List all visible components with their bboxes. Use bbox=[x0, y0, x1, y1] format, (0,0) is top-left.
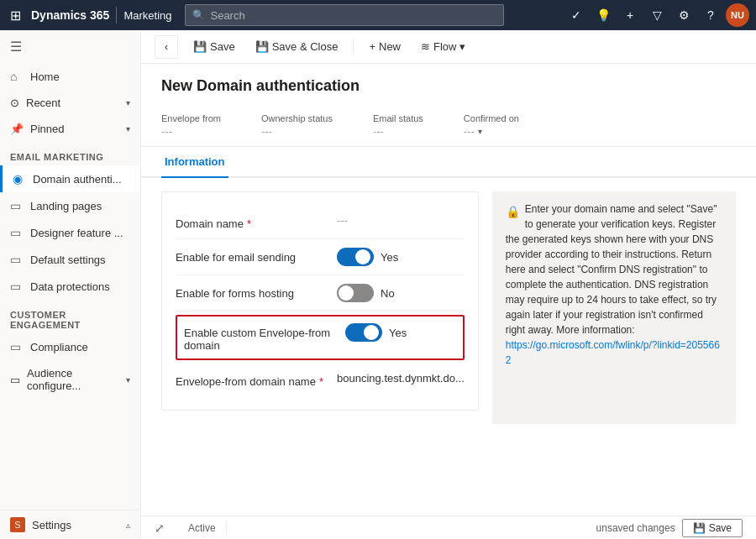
sidebar-landing-pages-label: Landing pages bbox=[30, 200, 102, 212]
required-marker: * bbox=[319, 375, 323, 388]
checkmark-icon[interactable]: ✓ bbox=[564, 3, 588, 27]
expand-icon[interactable]: ⤢ bbox=[155, 521, 165, 535]
enable-forms-toggle[interactable] bbox=[337, 284, 374, 302]
active-status: Active bbox=[178, 521, 227, 536]
sidebar-item-default-settings[interactable]: ▭ Default settings bbox=[0, 246, 140, 273]
sidebar-item-designer-feature[interactable]: ▭ Designer feature ... bbox=[0, 219, 140, 246]
status-email: Email status --- bbox=[373, 108, 444, 146]
sidebar-item-pinned[interactable]: 📌 Pinned ▾ bbox=[0, 116, 140, 142]
enable-email-label: Enable for email sending bbox=[176, 248, 327, 264]
domain-auth-icon: ◉ bbox=[13, 172, 26, 186]
flow-button[interactable]: ≋ Flow ▾ bbox=[412, 36, 474, 57]
page-content: New Domain authentication Envelope from … bbox=[141, 64, 756, 515]
pin-icon: 📌 bbox=[10, 123, 24, 135]
content-area: ‹ 💾 Save 💾 Save & Close + New ≋ Flow ▾ bbox=[141, 30, 756, 539]
sidebar-item-domain-auth[interactable]: ◉ Domain authenti... bbox=[0, 165, 140, 192]
settings-icon[interactable]: ⚙ bbox=[672, 3, 696, 27]
module-name: Marketing bbox=[123, 9, 171, 22]
main-layout: ☰ ⌂ Home ⊙ Recent ▾ 📌 Pinned ▾ Email mar… bbox=[0, 30, 756, 539]
add-icon[interactable]: + bbox=[618, 3, 642, 27]
tab-information[interactable]: Information bbox=[161, 147, 228, 178]
compliance-icon: ▭ bbox=[10, 340, 24, 353]
status-envelope-from: Envelope from --- bbox=[161, 108, 241, 146]
app-grid-icon[interactable]: ⊞ bbox=[7, 4, 24, 27]
save-close-button[interactable]: 💾 Save & Close bbox=[247, 36, 347, 57]
chevron-down-icon: ▾ bbox=[126, 375, 130, 385]
email-status-label: Email status bbox=[373, 113, 423, 123]
toggle-circle bbox=[355, 249, 370, 264]
sidebar-home-label: Home bbox=[30, 71, 60, 83]
sidebar-item-settings[interactable]: S Settings ▵ bbox=[0, 510, 140, 539]
save-icon: 💾 bbox=[193, 40, 207, 53]
home-icon: ⌂ bbox=[10, 70, 24, 83]
user-avatar[interactable]: NU bbox=[726, 3, 749, 27]
envelope-from-label: Envelope from bbox=[161, 113, 221, 123]
info-panel: 🔒 Enter your domain name and select "Sav… bbox=[492, 191, 736, 424]
ownership-value: --- bbox=[261, 125, 333, 138]
required-marker: * bbox=[247, 217, 251, 230]
toggle-circle bbox=[339, 285, 354, 301]
confirmed-chevron-icon: ▾ bbox=[478, 127, 482, 136]
sidebar-item-landing-pages[interactable]: ▭ Landing pages bbox=[0, 192, 140, 219]
enable-forms-toggle-label: No bbox=[381, 287, 395, 300]
page-title: New Domain authentication bbox=[161, 77, 736, 95]
default-settings-icon: ▭ bbox=[10, 253, 24, 266]
sidebar-audience-label: Audience configure... bbox=[27, 367, 119, 392]
sidebar-compliance-label: Compliance bbox=[30, 341, 88, 353]
new-icon: + bbox=[369, 40, 375, 53]
help-icon[interactable]: ? bbox=[699, 3, 722, 27]
enable-email-toggle-label: Yes bbox=[381, 251, 398, 264]
chevron-down-icon: ▾ bbox=[126, 98, 130, 107]
enable-custom-envelope-label: Enable custom Envelope-from domain bbox=[184, 323, 335, 352]
bottom-bar: ⤢ Active unsaved changes 💾 Save bbox=[141, 515, 756, 539]
separator bbox=[353, 39, 354, 55]
landing-pages-icon: ▭ bbox=[10, 199, 24, 212]
status-confirmed-on[interactable]: Confirmed on --- ▾ bbox=[464, 108, 539, 146]
sidebar-recent-label: Recent bbox=[26, 97, 60, 109]
brand-logo: Dynamics 365 bbox=[31, 8, 109, 22]
settings-arrow-icon: ▵ bbox=[126, 521, 130, 530]
sidebar-item-compliance[interactable]: ▭ Compliance bbox=[0, 333, 140, 360]
bottom-save-icon: 💾 bbox=[693, 522, 706, 534]
enable-custom-envelope-toggle[interactable] bbox=[345, 323, 382, 342]
sidebar-default-settings-label: Default settings bbox=[30, 254, 106, 266]
save-button[interactable]: 💾 Save bbox=[185, 36, 244, 57]
sidebar-designer-label: Designer feature ... bbox=[30, 227, 123, 239]
flow-label: Flow bbox=[433, 40, 456, 53]
sidebar-item-audience-config[interactable]: ▭ Audience configure... ▾ bbox=[0, 360, 140, 399]
lightbulb-icon[interactable]: 💡 bbox=[591, 3, 615, 27]
email-status-value: --- bbox=[373, 125, 423, 138]
info-panel-link[interactable]: https://go.microsoft.com/fwlink/p/?linki… bbox=[506, 339, 720, 366]
sidebar-hamburger-icon[interactable]: ☰ bbox=[0, 30, 140, 63]
form-row-enable-email: Enable for email sending Yes bbox=[176, 239, 465, 275]
back-icon: ‹ bbox=[165, 41, 168, 53]
search-bar[interactable]: 🔍 bbox=[185, 4, 504, 26]
enable-email-toggle[interactable] bbox=[337, 248, 374, 266]
save-close-icon: 💾 bbox=[255, 40, 269, 53]
filter-icon[interactable]: ▽ bbox=[645, 3, 669, 27]
confirmed-on-label: Confirmed on bbox=[464, 113, 519, 123]
sidebar-item-home[interactable]: ⌂ Home bbox=[0, 63, 140, 90]
top-navigation: ⊞ Dynamics 365 Marketing 🔍 ✓ 💡 + ▽ ⚙ ? N… bbox=[0, 0, 756, 30]
confirmed-on-value: --- ▾ bbox=[464, 125, 519, 138]
new-label: New bbox=[379, 40, 401, 53]
status-ownership: Ownership status --- bbox=[261, 108, 353, 146]
search-icon: 🔍 bbox=[192, 9, 205, 21]
sidebar-footer: S Settings ▵ bbox=[0, 510, 140, 539]
save-label: Save bbox=[210, 40, 235, 53]
domain-name-label: Domain name * bbox=[176, 214, 327, 230]
back-button[interactable]: ‹ bbox=[155, 35, 178, 59]
bottom-save-button[interactable]: 💾 Save bbox=[682, 519, 743, 537]
envelope-domain-name-label: Envelope-from domain name * bbox=[176, 372, 327, 388]
sidebar-settings-label: Settings bbox=[32, 519, 71, 531]
search-input[interactable] bbox=[210, 9, 496, 22]
enable-forms-value: No bbox=[337, 284, 465, 302]
command-bar: ‹ 💾 Save 💾 Save & Close + New ≋ Flow ▾ bbox=[141, 30, 756, 64]
sidebar-item-data-protections[interactable]: ▭ Data protections bbox=[0, 273, 140, 300]
envelope-from-value: --- bbox=[161, 125, 221, 138]
new-button[interactable]: + New bbox=[360, 36, 409, 57]
domain-name-value: --- bbox=[337, 214, 465, 227]
flow-dropdown-icon: ▾ bbox=[459, 40, 465, 53]
sidebar-item-recent[interactable]: ⊙ Recent ▾ bbox=[0, 90, 140, 116]
toggle-circle bbox=[364, 325, 379, 340]
